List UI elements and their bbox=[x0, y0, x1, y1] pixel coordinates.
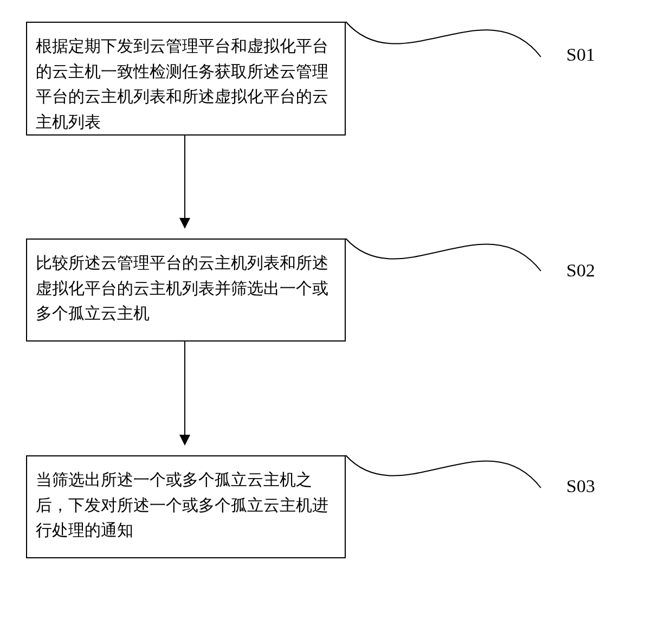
step-text-1: 根据定期下发到云管理平台和虚拟化平台的云主机一致性检测任务获取所述云管理平台的云… bbox=[36, 37, 328, 131]
connector-curve-3 bbox=[346, 444, 541, 515]
arrow-1-to-2 bbox=[184, 136, 185, 228]
step-text-2: 比较所述云管理平台的云主机列表和所述虚拟化平台的云主机列表并筛选出一个或多个孤立… bbox=[36, 254, 328, 322]
flowchart-container: 根据定期下发到云管理平台和虚拟化平台的云主机一致性检测任务获取所述云管理平台的云… bbox=[0, 0, 672, 625]
step-label-1: S01 bbox=[566, 44, 595, 65]
step-text-3: 当筛选出所述一个或多个孤立云主机之后，下发对所述一个或多个孤立云主机进行处理的通… bbox=[36, 471, 328, 539]
step-box-1: 根据定期下发到云管理平台和虚拟化平台的云主机一致性检测任务获取所述云管理平台的云… bbox=[26, 22, 346, 136]
arrow-2-to-3 bbox=[184, 342, 185, 444]
step-label-3: S03 bbox=[566, 476, 595, 497]
step-box-3: 当筛选出所述一个或多个孤立云主机之后，下发对所述一个或多个孤立云主机进行处理的通… bbox=[26, 455, 346, 558]
step-box-2: 比较所述云管理平台的云主机列表和所述虚拟化平台的云主机列表并筛选出一个或多个孤立… bbox=[26, 239, 346, 342]
step-label-2: S02 bbox=[566, 260, 595, 281]
connector-curve-2 bbox=[346, 228, 541, 298]
connector-curve-1 bbox=[346, 14, 541, 84]
